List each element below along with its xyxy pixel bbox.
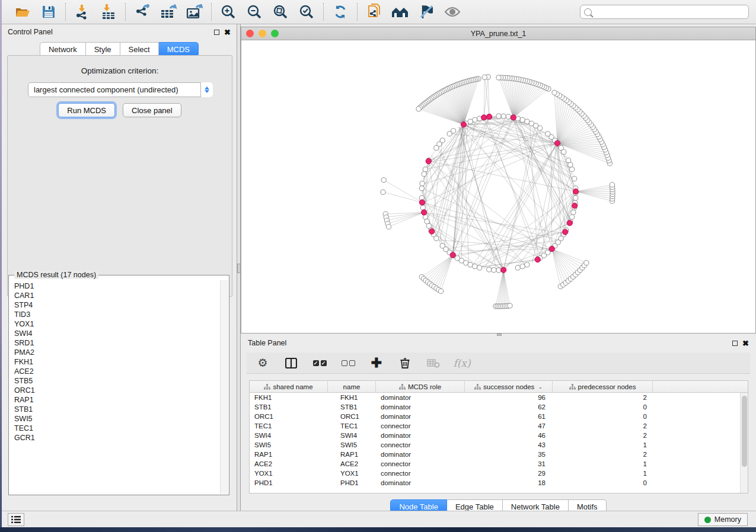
table-cell[interactable]: SWI4 bbox=[250, 431, 328, 440]
control-panel-close-icon[interactable]: ✖ bbox=[224, 30, 231, 35]
table-row[interactable]: RAP1RAP1dominator352 bbox=[250, 450, 748, 459]
table-cell[interactable]: RAP1 bbox=[328, 450, 376, 459]
hide-flag-icon[interactable] bbox=[417, 3, 435, 21]
table-panel-close-icon[interactable]: ✖ bbox=[742, 341, 749, 346]
column-header-MCDS-role[interactable]: MCDS role bbox=[376, 381, 465, 392]
horizontal-splitter-handle[interactable] bbox=[497, 334, 502, 336]
criterion-select[interactable]: largest connected component (undirected) bbox=[28, 82, 213, 97]
mcds-result-item[interactable]: STP4 bbox=[14, 300, 220, 310]
network-overview-icon[interactable] bbox=[391, 3, 409, 21]
table-cell[interactable]: 2 bbox=[553, 421, 653, 431]
close-panel-button[interactable]: Close panel bbox=[123, 103, 181, 117]
table-cell[interactable]: FKH1 bbox=[328, 393, 376, 402]
export-table-icon[interactable] bbox=[160, 3, 177, 21]
table-cell[interactable]: 0 bbox=[553, 478, 653, 488]
table-cell[interactable]: YOX1 bbox=[328, 469, 376, 478]
table-row[interactable]: FKH1FKH1dominator962 bbox=[250, 393, 748, 402]
table-cell[interactable]: TEC1 bbox=[328, 421, 376, 431]
table-settings-icon[interactable]: ⚙ bbox=[255, 355, 270, 371]
select-all-checkboxes-icon[interactable]: ✓✓ bbox=[312, 355, 327, 371]
table-row[interactable]: SWI4SWI4dominator462 bbox=[250, 431, 748, 440]
table-row[interactable]: ACE2ACE2connector311 bbox=[250, 459, 748, 469]
table-row[interactable]: PHD1PHD1dominator180 bbox=[250, 478, 748, 488]
table-row[interactable]: YOX1YOX1connector291 bbox=[250, 469, 748, 478]
table-cell[interactable]: 31 bbox=[465, 459, 553, 469]
show-eye-icon[interactable] bbox=[444, 3, 461, 21]
search-input[interactable] bbox=[595, 8, 748, 16]
mcds-result-item[interactable]: RAP1 bbox=[14, 395, 220, 405]
table-cell[interactable]: ACE2 bbox=[328, 459, 376, 469]
mcds-result-list[interactable]: PHD1CAR1STP4TID3YOX1SWI4SRD1PMA2FKH1ACE2… bbox=[9, 280, 220, 494]
zoom-fit-icon[interactable] bbox=[272, 3, 289, 21]
mcds-result-item[interactable]: TEC1 bbox=[14, 424, 220, 433]
table-cell[interactable]: 62 bbox=[465, 402, 553, 412]
clone-network-icon[interactable] bbox=[365, 3, 383, 21]
delete-column-icon[interactable] bbox=[397, 355, 413, 371]
table-cell[interactable]: dominator bbox=[376, 393, 465, 402]
table-cell[interactable]: SWI5 bbox=[250, 440, 328, 450]
table-cell[interactable]: 18 bbox=[465, 478, 553, 488]
mcds-list-scrollbar[interactable] bbox=[220, 280, 228, 494]
table-cell[interactable]: connector bbox=[376, 459, 465, 469]
table-row[interactable]: ORC1ORC1dominator610 bbox=[250, 412, 748, 421]
table-cell[interactable]: 46 bbox=[465, 431, 553, 440]
control-panel-float-icon[interactable] bbox=[214, 30, 219, 35]
table-cell[interactable]: SWI5 bbox=[328, 440, 376, 450]
mcds-result-item[interactable]: TID3 bbox=[14, 310, 220, 319]
mcds-result-item[interactable]: SWI5 bbox=[14, 414, 220, 424]
export-image-icon[interactable] bbox=[186, 3, 203, 21]
table-cell[interactable]: 61 bbox=[465, 412, 553, 421]
column-header-name[interactable]: name bbox=[328, 381, 376, 392]
search-field[interactable] bbox=[580, 5, 749, 19]
table-row[interactable]: TEC1TEC1connector472 bbox=[250, 421, 748, 431]
table-cell[interactable]: dominator bbox=[376, 402, 465, 412]
table-cell[interactable]: ORC1 bbox=[328, 412, 376, 421]
table-panel-float-icon[interactable] bbox=[732, 341, 738, 346]
deselect-all-checkboxes-icon[interactable] bbox=[340, 355, 356, 371]
close-traffic-light[interactable] bbox=[246, 30, 254, 37]
table-cell[interactable]: 2 bbox=[553, 393, 653, 402]
refresh-layout-icon[interactable] bbox=[331, 3, 349, 21]
table-cell[interactable]: 47 bbox=[465, 421, 553, 431]
table-cell[interactable]: 35 bbox=[465, 450, 553, 459]
table-cell[interactable]: dominator bbox=[376, 478, 465, 488]
zoom-selected-icon[interactable] bbox=[298, 3, 315, 21]
mcds-result-item[interactable]: PHD1 bbox=[14, 281, 220, 291]
mcds-result-item[interactable]: STB1 bbox=[14, 405, 220, 414]
table-cell[interactable]: connector bbox=[376, 421, 465, 431]
import-table-icon[interactable] bbox=[100, 3, 117, 21]
table-cell[interactable]: FKH1 bbox=[250, 393, 328, 402]
mcds-result-item[interactable]: ACE2 bbox=[14, 367, 220, 376]
split-columns-icon[interactable] bbox=[283, 355, 299, 371]
minimize-traffic-light[interactable] bbox=[259, 30, 266, 37]
table-cell[interactable]: connector bbox=[376, 440, 465, 450]
network-window-titlebar[interactable]: YPA_prune.txt_1 bbox=[241, 27, 755, 40]
mcds-result-item[interactable]: CAR1 bbox=[14, 291, 220, 300]
mcds-result-item[interactable]: STB5 bbox=[14, 376, 220, 386]
export-network-icon[interactable] bbox=[133, 3, 151, 21]
table-cell[interactable]: dominator bbox=[376, 412, 465, 421]
table-cell[interactable]: 2 bbox=[553, 431, 653, 440]
table-cell[interactable]: 1 bbox=[553, 459, 653, 469]
table-row[interactable]: SWI5SWI5connector431 bbox=[250, 440, 748, 450]
open-file-icon[interactable] bbox=[14, 3, 31, 21]
table-cell[interactable]: 0 bbox=[553, 402, 653, 412]
table-cell[interactable]: 2 bbox=[553, 450, 653, 459]
mcds-result-item[interactable]: GCR1 bbox=[14, 433, 220, 443]
mcds-result-item[interactable]: SWI4 bbox=[14, 329, 220, 338]
table-cell[interactable]: 29 bbox=[465, 469, 553, 478]
column-header-predecessor-nodes[interactable]: predecessor nodes bbox=[553, 381, 653, 392]
network-canvas[interactable] bbox=[241, 40, 755, 333]
table-cell[interactable]: 43 bbox=[465, 440, 553, 450]
mcds-result-item[interactable]: FKH1 bbox=[14, 357, 220, 367]
mcds-result-item[interactable]: YOX1 bbox=[14, 319, 220, 329]
table-cell[interactable]: connector bbox=[376, 469, 465, 478]
table-cell[interactable]: 1 bbox=[553, 440, 653, 450]
task-history-button[interactable] bbox=[8, 513, 24, 526]
mcds-result-item[interactable]: SRD1 bbox=[14, 338, 220, 348]
table-cell[interactable]: PHD1 bbox=[250, 478, 328, 488]
add-column-icon[interactable]: ✚ bbox=[369, 355, 384, 371]
run-mcds-button[interactable]: Run MCDS bbox=[58, 103, 115, 117]
zoom-traffic-light[interactable] bbox=[271, 30, 279, 37]
zoom-in-icon[interactable] bbox=[219, 3, 237, 21]
